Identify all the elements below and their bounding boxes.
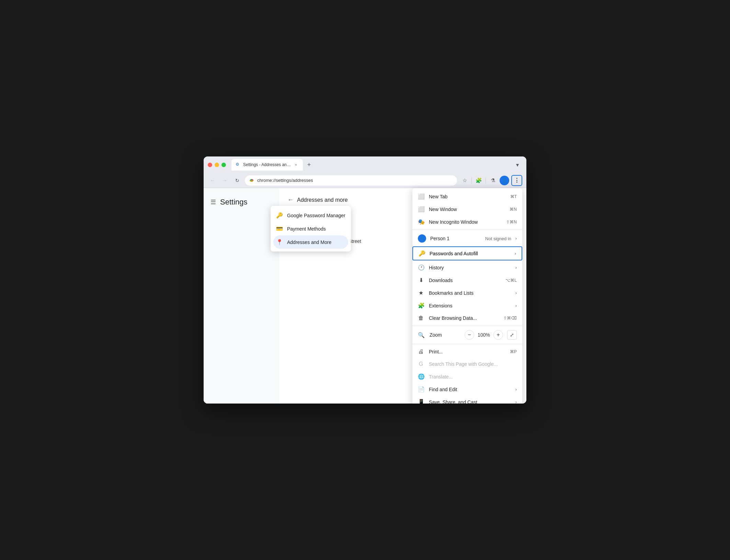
submenu-label-payment-methods: Payment Methods xyxy=(287,226,326,232)
close-traffic-light[interactable] xyxy=(208,163,212,167)
menu-label-translate: Translate... xyxy=(429,374,517,380)
chrome-menu-button[interactable]: ⋮ xyxy=(511,175,522,186)
hamburger-icon[interactable]: ☰ xyxy=(210,198,216,206)
menu-item-print[interactable]: 🖨 Print... ⌘P xyxy=(412,346,522,358)
menu-item-history[interactable]: 🕐 History › xyxy=(412,261,522,274)
submenu-item-addresses-more[interactable]: 📍 Addresses and More xyxy=(273,235,348,249)
tab-dropdown-button[interactable]: ▾ xyxy=(513,160,522,170)
active-tab[interactable]: ⚙ Settings - Addresses and mo × xyxy=(231,159,303,171)
menu-label-passwords-autofill: Passwords and Autofill xyxy=(430,251,510,256)
menu-item-person[interactable]: 👤 Person 1 Not signed in › xyxy=(412,231,522,246)
submenu-label-password-manager: Google Password Manager xyxy=(287,213,345,218)
zoom-value: 100% xyxy=(477,332,491,338)
address-url: chrome://settings/addresses xyxy=(257,178,453,183)
menu-item-search-page: G Search This Page with Google... xyxy=(412,358,522,370)
find-edit-icon: 📄 xyxy=(418,386,424,393)
passwords-icon: 🔑 xyxy=(419,250,425,257)
location-pin-icon: 📍 xyxy=(276,239,283,245)
fullscreen-button[interactable]: ⤢ xyxy=(507,330,517,340)
menu-item-bookmarks[interactable]: ★ Bookmarks and Lists › xyxy=(412,287,522,299)
history-icon: 🕐 xyxy=(418,264,424,271)
menu-shortcut-print: ⌘P xyxy=(510,349,517,354)
person-avatar: 👤 xyxy=(418,234,426,243)
submenu-label-addresses-more: Addresses and More xyxy=(287,240,331,245)
menu-label-print: Print... xyxy=(429,349,505,354)
back-button[interactable]: ← xyxy=(208,176,217,185)
google-g-icon: G xyxy=(418,361,424,367)
save-share-chevron-icon: › xyxy=(515,400,517,404)
menu-item-clear-browsing[interactable]: 🗑 Clear Browsing Data... ⇧⌘⌫ xyxy=(412,312,522,324)
menu-item-incognito[interactable]: 🎭 New Incognito Window ⇧⌘N xyxy=(412,215,522,228)
translate-icon: 🌐 xyxy=(418,373,424,380)
browser-window: ⚙ Settings - Addresses and mo × + ▾ ← → … xyxy=(204,156,526,404)
zoom-controls: − 100% + ⤢ xyxy=(465,330,517,340)
traffic-lights xyxy=(208,163,226,167)
menu-item-save-share[interactable]: 📱 Save, Share, and Cast › xyxy=(412,396,522,404)
tab-favicon-icon: ⚙ xyxy=(236,162,241,167)
labs-icon[interactable]: ⚗ xyxy=(488,176,498,185)
menu-label-history: History xyxy=(429,265,511,270)
menu-item-extensions[interactable]: 🧩 Extensions › xyxy=(412,299,522,312)
menu-item-new-tab[interactable]: ⬜ New Tab ⌘T xyxy=(412,190,522,203)
zoom-out-button[interactable]: − xyxy=(465,330,474,340)
back-arrow-icon[interactable]: ← xyxy=(287,196,294,203)
nav-bar: ← → ↻ chrome://settings/addresses ☆ 🧩 ⚗ … xyxy=(204,173,526,188)
nav-divider-2 xyxy=(486,177,486,184)
tab-close-button[interactable]: × xyxy=(293,162,299,167)
profile-button[interactable]: 👤 xyxy=(500,176,509,185)
menu-shortcut-downloads: ⌥⌘L xyxy=(505,278,517,283)
menu-item-find-edit[interactable]: 📄 Find and Edit › xyxy=(412,383,522,396)
reload-button[interactable]: ↻ xyxy=(232,176,242,185)
menu-label-new-tab: New Tab xyxy=(429,194,505,199)
tab-bar: ⚙ Settings - Addresses and mo × + ▾ xyxy=(231,159,522,171)
menu-label-extensions: Extensions xyxy=(429,303,511,308)
menu-divider-1 xyxy=(412,230,522,230)
menu-item-translate: 🌐 Translate... xyxy=(412,370,522,383)
tab-title: Settings - Addresses and mo xyxy=(243,162,291,167)
menu-label-bookmarks: Bookmarks and Lists xyxy=(429,290,511,296)
menu-shortcut-clear-browsing: ⇧⌘⌫ xyxy=(503,316,517,320)
new-window-icon: ⬜ xyxy=(418,206,424,212)
extensions-icon[interactable]: 🧩 xyxy=(474,176,483,185)
address-bar[interactable]: chrome://settings/addresses xyxy=(245,175,457,186)
submenu-item-password-manager[interactable]: 🔑 Google Password Manager xyxy=(271,209,351,222)
menu-divider-3 xyxy=(412,344,522,344)
nav-divider-1 xyxy=(471,177,472,184)
menu-shortcut-new-window: ⌘N xyxy=(510,207,517,212)
history-chevron-icon: › xyxy=(515,265,517,270)
incognito-icon: 🎭 xyxy=(418,219,424,225)
settings-sidebar: ☰ Settings xyxy=(204,188,279,404)
extensions-chevron-icon: › xyxy=(515,303,517,308)
person-status: Not signed in xyxy=(485,236,511,241)
menu-label-incognito: New Incognito Window xyxy=(429,219,501,225)
credit-card-icon: 💳 xyxy=(276,225,283,232)
bookmarks-icon: ★ xyxy=(418,290,424,296)
extensions-menu-icon: 🧩 xyxy=(418,302,424,309)
menu-label-search-page: Search This Page with Google... xyxy=(429,361,517,367)
menu-item-passwords-autofill[interactable]: 🔑 Passwords and Autofill › xyxy=(412,246,522,260)
new-tab-button[interactable]: + xyxy=(304,160,314,170)
title-bar: ⚙ Settings - Addresses and mo × + ▾ xyxy=(204,156,526,173)
submenu-item-payment-methods[interactable]: 💳 Payment Methods xyxy=(271,222,351,235)
print-icon: 🖨 xyxy=(418,349,424,355)
person-name: Person 1 xyxy=(430,236,481,241)
key-icon: 🔑 xyxy=(276,212,283,219)
autofill-submenu: 🔑 Google Password Manager 💳 Payment Meth… xyxy=(271,206,351,252)
menu-item-downloads[interactable]: ⬇ Downloads ⌥⌘L xyxy=(412,274,522,287)
save-share-icon: 📱 xyxy=(418,399,424,404)
zoom-in-button[interactable]: + xyxy=(493,330,503,340)
find-edit-chevron-icon: › xyxy=(515,387,517,392)
maximize-traffic-light[interactable] xyxy=(221,163,226,167)
bookmark-icon[interactable]: ☆ xyxy=(460,176,469,185)
passwords-chevron-icon: › xyxy=(515,251,516,256)
forward-button[interactable]: → xyxy=(220,176,230,185)
zoom-label: Zoom xyxy=(430,332,462,338)
menu-label-clear-browsing: Clear Browsing Data... xyxy=(429,315,499,321)
zoom-icon: 🔍 xyxy=(418,332,425,338)
menu-shortcut-new-tab: ⌘T xyxy=(510,194,517,199)
menu-item-new-window[interactable]: ⬜ New Window ⌘N xyxy=(412,203,522,215)
menu-zoom-row: 🔍 Zoom − 100% + ⤢ xyxy=(412,327,522,342)
downloads-icon: ⬇ xyxy=(418,277,424,283)
minimize-traffic-light[interactable] xyxy=(215,163,219,167)
settings-title: Settings xyxy=(220,198,248,207)
